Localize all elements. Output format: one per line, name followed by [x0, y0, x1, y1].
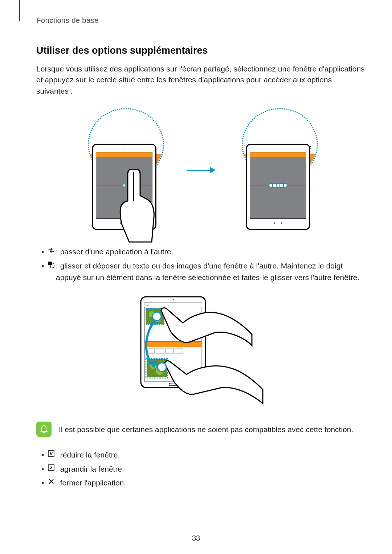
dragdrop-icon	[48, 261, 54, 268]
split-toolbar-handle	[269, 183, 287, 188]
svg-point-7	[173, 299, 174, 300]
intro-paragraph: Lorsque vous utilisez des applications s…	[36, 63, 366, 97]
list-item: : agrandir la fenêtre.	[38, 463, 366, 475]
split-handle-dot	[123, 184, 126, 187]
document-page: Fonctions de base Utiliser des options s…	[0, 0, 392, 554]
note-callout: Il est possible que certaines applicatio…	[36, 422, 366, 437]
svg-rect-4	[48, 262, 52, 265]
page-number: 33	[0, 534, 392, 542]
list-item: : passer d'une application à l'autre.	[38, 246, 366, 258]
list-item: : fermer l'application.	[38, 477, 366, 489]
list-item: : réduire la fenêtre.	[38, 449, 366, 461]
bell-icon	[36, 422, 52, 437]
list-item-text: : réduire la fenêtre.	[56, 451, 120, 459]
tablet-device	[92, 144, 156, 230]
crop-mark	[19, 0, 20, 21]
arrow-right-icon	[187, 168, 216, 172]
swap-icon	[48, 247, 54, 254]
svg-rect-10	[144, 303, 202, 307]
section-heading: Utiliser des options supplémentaires	[36, 45, 366, 56]
tablet-screen	[250, 152, 306, 219]
list-item-text: : passer d'une application à l'autre.	[56, 247, 173, 256]
list-item: : glisser et déposer du texte ou des ima…	[38, 260, 366, 284]
close-icon	[48, 478, 54, 485]
figure-after	[224, 110, 332, 230]
svg-text:◀: ◀	[147, 304, 148, 306]
figure-split-handle	[36, 107, 366, 234]
tablet-screen	[96, 152, 152, 219]
options-list-b: : réduire la fenêtre. : agrandir la fenê…	[38, 449, 366, 489]
tablet-device	[246, 144, 310, 230]
minimize-icon	[48, 450, 54, 457]
maximize-icon	[48, 464, 54, 471]
figure-drag-drop: ◀	[36, 295, 366, 407]
list-item-text: : glisser et déposer du texte ou des ima…	[56, 262, 359, 282]
svg-point-27	[152, 312, 161, 321]
home-button-icon	[120, 222, 128, 224]
list-item-text: : agrandir la fenêtre.	[56, 465, 124, 473]
list-item-text: : fermer l'application.	[56, 479, 126, 487]
breadcrumb: Fonctions de base	[36, 16, 366, 25]
home-button-icon	[274, 222, 282, 224]
note-text: Il est possible que certaines applicatio…	[59, 422, 353, 435]
figure-before	[70, 110, 179, 230]
svg-rect-17	[144, 342, 202, 347]
svg-point-28	[158, 363, 166, 372]
options-list-a: : passer d'une application à l'autre. : …	[38, 246, 366, 284]
